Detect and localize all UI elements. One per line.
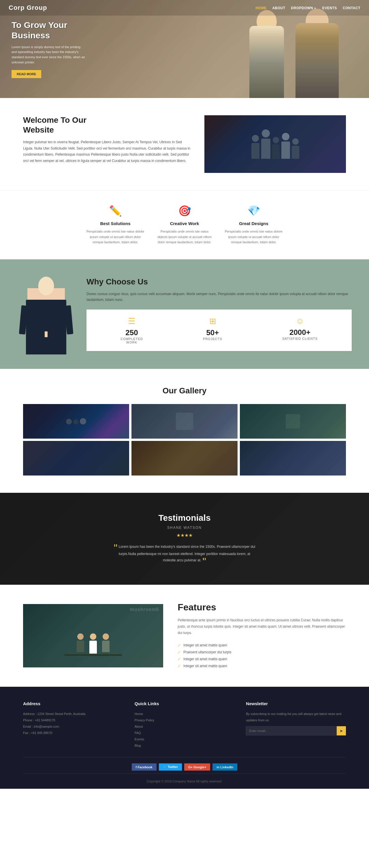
- footer-link-about[interactable]: About: [135, 723, 235, 730]
- features-list-item-2: ✓ Praesent ullamcorper dui turpis: [178, 649, 346, 656]
- gallery-item-2[interactable]: [131, 404, 238, 439]
- check-icon-4: ✓: [178, 664, 181, 668]
- welcome-text: Welcome To OurWebsite Integer pulvinar l…: [23, 115, 193, 164]
- quote-open-icon: ": [114, 542, 118, 554]
- gallery-item-3[interactable]: [240, 404, 346, 439]
- features-row: ✏️ Best Solutions Perspiciatis unde omni…: [0, 190, 369, 259]
- features-section: mushroom6 Features Pellent: [0, 585, 369, 687]
- hero-content: To Grow Your Business Lorem Ipsum is sim…: [0, 20, 98, 78]
- footer-link-privacy[interactable]: Privacy Policy: [135, 717, 235, 723]
- features-list-item-1: ✓ Integer sit amet mattis quam: [178, 642, 346, 649]
- gallery-item-4[interactable]: [23, 441, 129, 475]
- stat-projects-icon: ⊞: [203, 316, 222, 326]
- nav-home[interactable]: HOME: [255, 6, 266, 10]
- stats-box: ☰ 250 COMPLETEDWORK ⊞ 50+ PROJECTS ☺ 200…: [87, 310, 352, 351]
- footer-top: Address Address : 1234 Street Street Per…: [23, 701, 346, 749]
- testimonials-stars: ★★★★: [29, 532, 340, 538]
- feature-creative-work: 🎯 Creative Work Perspiciatis unde omnis …: [156, 205, 213, 245]
- hero-read-more-button[interactable]: Read More: [11, 70, 41, 78]
- footer-link-home[interactable]: Home: [135, 711, 235, 717]
- social-twitter-button[interactable]: 🐦 Twitter: [159, 764, 182, 771]
- check-icon-3: ✓: [178, 657, 181, 661]
- footer-address-col: Address Address : 1234 Street Street Per…: [23, 701, 123, 749]
- footer-links-title: Quick Links: [135, 701, 235, 706]
- features-list-item-3: ✓ Integer sit amet mattis quam: [178, 656, 346, 662]
- stat-clients-number: 2000+: [282, 328, 318, 337]
- stat-completed: ☰ 250 COMPLETEDWORK: [121, 316, 143, 344]
- quote-close-icon: ": [203, 556, 206, 568]
- stat-projects-number: 50+: [203, 328, 222, 337]
- brand-name-corp: Corp: [9, 4, 25, 11]
- gallery-item-5[interactable]: [131, 441, 238, 475]
- welcome-title: Welcome To OurWebsite: [23, 115, 193, 134]
- footer-address-phone: Phone : +61 54489170: [23, 717, 123, 723]
- stat-projects: ⊞ 50+ PROJECTS: [203, 316, 222, 344]
- gallery-item-1[interactable]: [23, 404, 129, 439]
- features-list-item-4: ✓ Integer sit amet mattis quam: [178, 662, 346, 670]
- why-section: Why Choose Us Donec cursus congue risus,…: [0, 259, 369, 369]
- navbar: Corp Group HOME ABOUT DROPDOWN▼ EVENTS C…: [0, 0, 369, 16]
- brand-name-group: Group: [25, 4, 47, 11]
- nav-about[interactable]: ABOUT: [272, 6, 285, 10]
- features-content: Features Pellentesque ante ipsum primis …: [178, 602, 346, 670]
- testimonials-section: Testimonials SHANE WATSON ★★★★ "Lorem Ip…: [0, 493, 369, 585]
- gallery-item-6[interactable]: [240, 441, 346, 475]
- nav-menu: HOME ABOUT DROPDOWN▼ EVENTS CONTACT: [255, 5, 360, 10]
- newsletter-submit-button[interactable]: ➤: [337, 726, 346, 736]
- why-description: Donec cursus congue risus, quis cursus v…: [87, 291, 352, 303]
- welcome-section: Welcome To OurWebsite Integer pulvinar l…: [0, 98, 369, 190]
- social-linkedin-button[interactable]: in LinkedIn: [212, 764, 237, 771]
- feature-creative-work-desc: Perspiciatis unde omnis iste natus objec…: [156, 229, 213, 245]
- nav-dropdown[interactable]: DROPDOWN▼: [291, 6, 316, 10]
- stat-projects-label: PROJECTS: [203, 337, 222, 341]
- feature-great-designs-desc: Perspiciatis unde omnis iste natus dolor…: [225, 229, 282, 245]
- gallery-grid: [23, 404, 346, 475]
- features-description: Pellentesque ante ipsum primis in faucib…: [178, 617, 346, 636]
- features-title: Features: [178, 602, 346, 613]
- brand-logo[interactable]: Corp Group: [9, 4, 47, 11]
- feature-great-designs-title: Great Designs: [225, 221, 282, 226]
- footer: Address Address : 1234 Street Street Per…: [0, 687, 369, 789]
- welcome-image: [205, 115, 346, 173]
- feature-creative-work-title: Creative Work: [156, 221, 213, 226]
- creative-work-icon: 🎯: [156, 205, 213, 217]
- footer-link-blog[interactable]: Blog: [135, 742, 235, 749]
- social-google-button[interactable]: G+ Google+: [184, 764, 210, 771]
- hero-description: Lorem Ipsum is simply dummy text of the …: [11, 45, 87, 65]
- stat-completed-label: COMPLETEDWORK: [121, 337, 143, 344]
- dropdown-arrow-icon: ▼: [314, 7, 316, 10]
- footer-newsletter-form: ➤: [246, 726, 346, 736]
- hero-title: To Grow Your Business: [11, 20, 87, 41]
- footer-address-title: Address: [23, 701, 123, 706]
- why-person-figure: [17, 274, 75, 354]
- footer-newsletter-col: Newsletter By subscribing to our mailing…: [246, 701, 346, 749]
- check-icon-2: ✓: [178, 650, 181, 654]
- newsletter-email-input[interactable]: [246, 726, 337, 736]
- feature-best-solutions-title: Best Solutions: [87, 221, 144, 226]
- social-facebook-button[interactable]: f Facebook: [132, 764, 157, 771]
- best-solutions-icon: ✏️: [87, 205, 144, 217]
- feature-best-solutions: ✏️ Best Solutions Perspiciatis unde omni…: [87, 205, 144, 245]
- footer-newsletter-desc: By subscribing to our mailing list you w…: [246, 711, 346, 723]
- footer-link-events[interactable]: Events: [135, 736, 235, 742]
- feature-best-solutions-desc: Perspiciatis unde omnis iste natus dolob…: [87, 229, 144, 245]
- footer-social-links: f Facebook 🐦 Twitter G+ Google+ in Linke…: [23, 757, 346, 771]
- testimonials-title: Testimonials: [29, 513, 340, 523]
- features-image: mushroom6: [23, 604, 163, 668]
- great-designs-icon: 💎: [225, 205, 282, 217]
- footer-address-line1: Address : 1234 Street Street Perth, Aust…: [23, 711, 123, 717]
- stat-completed-icon: ☰: [121, 316, 143, 326]
- footer-links-col: Quick Links Home Privacy Policy About FA…: [135, 701, 235, 749]
- why-title: Why Choose Us: [87, 277, 352, 286]
- footer-link-faq[interactable]: FAQ: [135, 730, 235, 736]
- stat-clients: ☺ 2000+ SATISFIED CLIENTS: [282, 316, 318, 344]
- why-content: Why Choose Us Donec cursus congue risus,…: [87, 277, 352, 351]
- stat-clients-label: SATISFIED CLIENTS: [282, 337, 318, 340]
- check-icon-1: ✓: [178, 643, 181, 648]
- welcome-body: Integer pulvinar leo in viverra feugiat.…: [23, 139, 193, 164]
- nav-events[interactable]: EVENTS: [322, 6, 337, 10]
- welcome-image-inner: [205, 115, 346, 173]
- gallery-title: Our Gallery: [23, 386, 346, 395]
- nav-contact[interactable]: CONTACT: [343, 6, 360, 10]
- features-list: ✓ Integer sit amet mattis quam ✓ Praesen…: [178, 642, 346, 670]
